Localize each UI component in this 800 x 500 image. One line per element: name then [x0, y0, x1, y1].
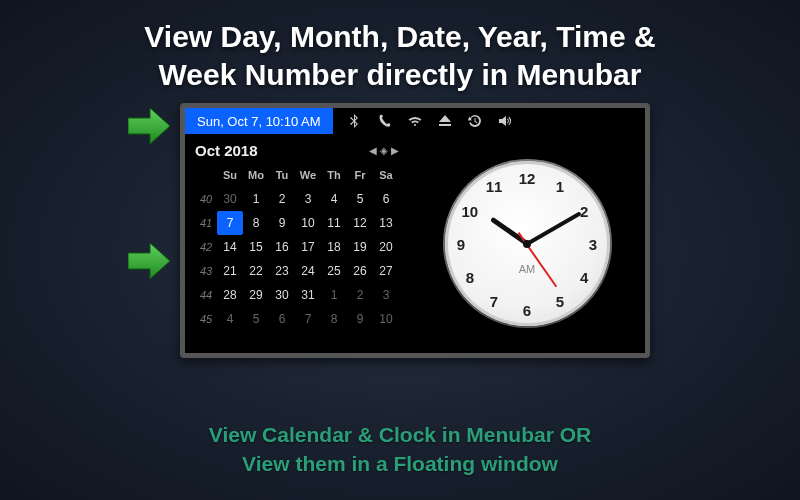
- clock-number: 4: [580, 268, 588, 285]
- calendar-day[interactable]: 27: [373, 259, 399, 283]
- calendar-day[interactable]: 22: [243, 259, 269, 283]
- calendar-day[interactable]: 5: [347, 187, 373, 211]
- calendar-day[interactable]: 17: [295, 235, 321, 259]
- calendar-day[interactable]: 5: [243, 307, 269, 331]
- calendar-day[interactable]: 21: [217, 259, 243, 283]
- calendar-day[interactable]: 8: [243, 211, 269, 235]
- calendar-today-icon[interactable]: ◈: [380, 145, 388, 156]
- calendar-day[interactable]: 11: [321, 211, 347, 235]
- calendar-day[interactable]: 10: [373, 307, 399, 331]
- calendar-dow-header: Tu: [269, 163, 295, 187]
- calendar-widget: Oct 2018 ◀ ◈ ▶ SuMoTuWeThFrSa40301234564…: [185, 134, 409, 353]
- timemachine-icon[interactable]: [467, 113, 483, 129]
- bluetooth-icon[interactable]: [347, 113, 363, 129]
- calendar-day[interactable]: 2: [347, 283, 373, 307]
- calendar-day[interactable]: 12: [347, 211, 373, 235]
- calendar-day[interactable]: 18: [321, 235, 347, 259]
- subheadline-line-2: View them in a Floating window: [242, 452, 558, 475]
- calendar-day[interactable]: 3: [295, 187, 321, 211]
- calendar-dow-header: Mo: [243, 163, 269, 187]
- arrow-icon: [128, 243, 170, 279]
- clock-number: 11: [486, 178, 503, 195]
- calendar-day[interactable]: 14: [217, 235, 243, 259]
- subheadline: View Calendar & Clock in Menubar OR View…: [0, 421, 800, 478]
- arrow-icon: [128, 108, 170, 144]
- headline-line-1: View Day, Month, Date, Year, Time &: [144, 20, 655, 53]
- calendar-day[interactable]: 3: [373, 283, 399, 307]
- calendar-day[interactable]: 6: [269, 307, 295, 331]
- eject-icon[interactable]: [437, 113, 453, 129]
- clock-number: 9: [457, 235, 465, 252]
- subheadline-line-1: View Calendar & Clock in Menubar OR: [209, 423, 591, 446]
- calendar-prev-icon[interactable]: ◀: [369, 145, 377, 156]
- calendar-dow-header: Th: [321, 163, 347, 187]
- calendar-day[interactable]: 23: [269, 259, 295, 283]
- calendar-week-number: 41: [195, 211, 217, 235]
- analog-clock: AM 121234567891011: [445, 161, 610, 326]
- calendar-day[interactable]: 28: [217, 283, 243, 307]
- clock-number: 1: [556, 178, 564, 195]
- calendar-day[interactable]: 26: [347, 259, 373, 283]
- calendar-week-number: 42: [195, 235, 217, 259]
- calendar-day[interactable]: 29: [243, 283, 269, 307]
- calendar-day[interactable]: 9: [347, 307, 373, 331]
- clock-number: 8: [466, 268, 474, 285]
- menubar-date-text: Sun, Oct 7, 10:10 AM: [197, 114, 321, 129]
- calendar-day[interactable]: 24: [295, 259, 321, 283]
- calendar-day[interactable]: 31: [295, 283, 321, 307]
- calendar-day[interactable]: 1: [321, 283, 347, 307]
- calendar-week-number: 45: [195, 307, 217, 331]
- phone-icon[interactable]: [377, 113, 393, 129]
- calendar-day[interactable]: 15: [243, 235, 269, 259]
- calendar-day[interactable]: 1: [243, 187, 269, 211]
- calendar-month-title: Oct 2018: [195, 142, 258, 159]
- calendar-day[interactable]: 6: [373, 187, 399, 211]
- wifi-icon[interactable]: [407, 113, 423, 129]
- menubar-dropdown-panel: Sun, Oct 7, 10:10 AM: [180, 103, 650, 358]
- calendar-week-number: 40: [195, 187, 217, 211]
- menubar: Sun, Oct 7, 10:10 AM: [185, 108, 645, 134]
- clock-number: 5: [556, 292, 564, 309]
- clock-ampm-label: AM: [519, 263, 536, 275]
- clock-number: 3: [589, 235, 597, 252]
- calendar-day[interactable]: 16: [269, 235, 295, 259]
- volume-icon[interactable]: [497, 113, 513, 129]
- calendar-day[interactable]: 10: [295, 211, 321, 235]
- calendar-day[interactable]: 13: [373, 211, 399, 235]
- calendar-day[interactable]: 8: [321, 307, 347, 331]
- clock-number: 10: [461, 202, 478, 219]
- calendar-dow-header: Fr: [347, 163, 373, 187]
- calendar-dow-header: We: [295, 163, 321, 187]
- calendar-day[interactable]: 25: [321, 259, 347, 283]
- clock-number: 12: [519, 169, 536, 186]
- calendar-next-icon[interactable]: ▶: [391, 145, 399, 156]
- calendar-day[interactable]: 7: [217, 211, 243, 235]
- calendar-day[interactable]: 20: [373, 235, 399, 259]
- calendar-week-number: 43: [195, 259, 217, 283]
- clock-number: 6: [523, 301, 531, 318]
- headline-line-2: Week Number directly in Menubar: [159, 58, 642, 91]
- calendar-dow-header: Sa: [373, 163, 399, 187]
- calendar-day[interactable]: 30: [217, 187, 243, 211]
- calendar-day[interactable]: 4: [217, 307, 243, 331]
- calendar-dow-header: Su: [217, 163, 243, 187]
- clock-number: 7: [490, 292, 498, 309]
- calendar-day[interactable]: 2: [269, 187, 295, 211]
- calendar-day[interactable]: 30: [269, 283, 295, 307]
- headline: View Day, Month, Date, Year, Time & Week…: [0, 0, 800, 103]
- calendar-week-number: 44: [195, 283, 217, 307]
- calendar-day[interactable]: 7: [295, 307, 321, 331]
- calendar-day[interactable]: 9: [269, 211, 295, 235]
- calendar-day[interactable]: 4: [321, 187, 347, 211]
- menubar-date-item[interactable]: Sun, Oct 7, 10:10 AM: [185, 108, 333, 134]
- calendar-day[interactable]: 19: [347, 235, 373, 259]
- clock-number: 2: [580, 202, 588, 219]
